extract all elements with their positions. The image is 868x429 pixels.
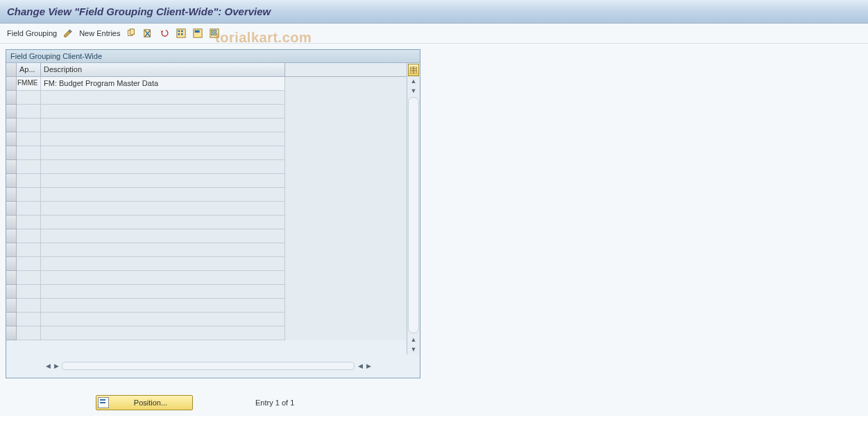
cell-app-empty[interactable] (17, 188, 41, 202)
cell-description-empty[interactable] (41, 146, 285, 160)
table-row-empty[interactable] (6, 271, 407, 285)
new-entries-button[interactable]: New Entries (79, 29, 120, 37)
table-row-empty[interactable] (6, 257, 407, 271)
cell-app-empty[interactable] (17, 216, 41, 229)
cell-description-empty[interactable] (41, 188, 285, 202)
row-selector[interactable] (6, 91, 17, 105)
vertical-scrollbar[interactable] (408, 97, 419, 333)
table-row-empty[interactable] (6, 216, 407, 229)
cell-app-empty[interactable] (17, 202, 41, 216)
table-row-empty[interactable] (6, 160, 407, 174)
cell-description-empty[interactable] (41, 91, 285, 105)
cell-app-empty[interactable] (17, 91, 41, 105)
row-selector[interactable] (6, 119, 17, 132)
cell-app[interactable]: FMME (17, 77, 41, 91)
pencil-icon[interactable] (62, 28, 74, 39)
delete-icon[interactable] (142, 28, 153, 39)
row-selector[interactable] (6, 285, 17, 299)
position-button[interactable]: Position... (96, 395, 193, 410)
row-selector[interactable] (6, 174, 17, 188)
cell-app-empty[interactable] (17, 243, 41, 257)
cell-description-empty[interactable] (41, 243, 285, 257)
table-row-empty[interactable] (6, 91, 407, 105)
table-row-empty[interactable] (6, 174, 407, 188)
cell-description-empty[interactable] (41, 257, 285, 271)
deselect-all-icon[interactable] (209, 28, 220, 39)
cell-app-empty[interactable] (17, 160, 41, 174)
row-selector[interactable] (6, 202, 17, 216)
cell-app-empty[interactable] (17, 132, 41, 146)
scroll-left-end-icon[interactable]: ◀ (356, 362, 364, 370)
table-row-empty[interactable] (6, 105, 407, 119)
cell-app-empty[interactable] (17, 105, 41, 119)
horizontal-scrollbar[interactable] (62, 362, 355, 370)
table-row-empty[interactable] (6, 188, 407, 202)
cell-description-empty[interactable] (41, 132, 285, 146)
row-selector[interactable] (6, 299, 17, 313)
cell-description-empty[interactable] (41, 174, 285, 188)
cell-app-empty[interactable] (17, 313, 41, 326)
scroll-up-icon[interactable]: ▲ (408, 76, 419, 86)
table-row-empty[interactable] (6, 299, 407, 313)
select-block-icon[interactable] (192, 28, 203, 39)
row-selector[interactable] (6, 257, 17, 271)
select-all-rows[interactable] (6, 63, 17, 77)
cell-description[interactable]: FM: Budget Program Master Data (41, 77, 285, 91)
cell-description-empty[interactable] (41, 326, 285, 340)
scroll-down-icon[interactable]: ▼ (408, 86, 419, 96)
row-selector[interactable] (6, 132, 17, 146)
select-all-icon[interactable] (176, 28, 187, 39)
cell-description-empty[interactable] (41, 119, 285, 132)
scroll-right-end-icon[interactable]: ▶ (364, 362, 373, 370)
row-selector[interactable] (6, 326, 17, 340)
table-row-empty[interactable] (6, 132, 407, 146)
cell-app-empty[interactable] (17, 285, 41, 299)
cell-app-empty[interactable] (17, 229, 41, 243)
table-row-empty[interactable] (6, 285, 407, 299)
cell-description-empty[interactable] (41, 285, 285, 299)
row-selector[interactable] (6, 77, 17, 91)
table-settings-icon[interactable] (408, 64, 419, 76)
cell-app-empty[interactable] (17, 257, 41, 271)
cell-app-empty[interactable] (17, 271, 41, 285)
column-header-app[interactable]: Ap... (17, 63, 41, 77)
cell-description-empty[interactable] (41, 229, 285, 243)
row-selector[interactable] (6, 160, 17, 174)
cell-app-empty[interactable] (17, 119, 41, 132)
row-selector[interactable] (6, 146, 17, 160)
table-row-empty[interactable] (6, 243, 407, 257)
row-selector[interactable] (6, 229, 17, 243)
table-row-empty[interactable] (6, 119, 407, 132)
cell-app-empty[interactable] (17, 326, 41, 340)
scroll-down-bottom-icon[interactable]: ▼ (408, 344, 419, 354)
cell-app-empty[interactable] (17, 299, 41, 313)
table-row-empty[interactable] (6, 202, 407, 216)
field-grouping-button[interactable]: Field Grouping (7, 29, 57, 37)
scroll-right-icon[interactable]: ▶ (52, 362, 60, 370)
column-header-description[interactable]: Description (41, 63, 285, 77)
cell-description-empty[interactable] (41, 202, 285, 216)
scroll-left-icon[interactable]: ◀ (44, 362, 52, 370)
cell-app-empty[interactable] (17, 174, 41, 188)
copy-icon[interactable] (126, 28, 137, 39)
table-row[interactable]: FMME FM: Budget Program Master Data (6, 77, 407, 91)
table-row-empty[interactable] (6, 146, 407, 160)
table-row-empty[interactable] (6, 229, 407, 243)
row-selector[interactable] (6, 105, 17, 119)
row-selector[interactable] (6, 271, 17, 285)
cell-description-empty[interactable] (41, 216, 285, 229)
cell-description-empty[interactable] (41, 313, 285, 326)
cell-description-empty[interactable] (41, 160, 285, 174)
row-selector[interactable] (6, 216, 17, 229)
table-row-empty[interactable] (6, 313, 407, 326)
table-row-empty[interactable] (6, 326, 407, 340)
cell-description-empty[interactable] (41, 271, 285, 285)
row-selector[interactable] (6, 313, 17, 326)
cell-description-empty[interactable] (41, 105, 285, 119)
scroll-up-bottom-icon[interactable]: ▲ (408, 335, 419, 344)
row-selector[interactable] (6, 243, 17, 257)
undo-icon[interactable] (159, 28, 170, 39)
cell-description-empty[interactable] (41, 299, 285, 313)
row-selector[interactable] (6, 188, 17, 202)
cell-app-empty[interactable] (17, 146, 41, 160)
